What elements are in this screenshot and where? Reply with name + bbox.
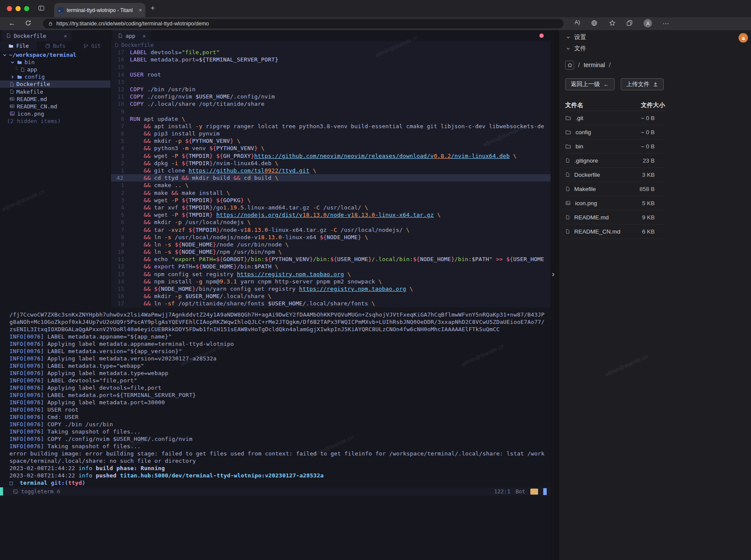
tree-item-label: Makefile	[16, 89, 43, 95]
favorites-star-icon[interactable]	[609, 20, 616, 26]
code-text: && apt install -y ripgrep ranger lolcat …	[130, 123, 551, 130]
file-row-gitignore[interactable]: .gitignore23 B	[565, 154, 665, 168]
tree-item-readme-md[interactable]: README.md	[0, 95, 111, 103]
code-text	[130, 108, 551, 115]
browser-profile-avatar[interactable]	[643, 19, 652, 28]
tree-item-config[interactable]: config	[0, 73, 111, 80]
line-number: 10	[111, 248, 130, 255]
file-name: .git	[576, 115, 583, 121]
section-settings[interactable]: 设置	[559, 32, 751, 43]
file-row-git[interactable]: .git~ 0 B	[565, 111, 665, 125]
tree-item-label: icon.png	[17, 111, 44, 117]
code-text: && cmake .. \	[130, 182, 551, 189]
buffer-tab-close-icon[interactable]: ×	[64, 33, 67, 39]
file-row-dockerfile[interactable]: Dockerfile3 KB	[565, 168, 665, 182]
chevron-down-icon	[566, 46, 570, 51]
sidebar-tabs: FileBufsGit	[0, 41, 111, 51]
terminal-line: INFO[0076] Cmd: USER	[9, 413, 551, 421]
upload-file-button[interactable]: 上传文件	[621, 78, 664, 90]
buffer-tab-dockerfile[interactable]: Dockerfile ×	[2, 30, 71, 41]
new-tab-button[interactable]: +	[151, 4, 155, 12]
file-size: 23 B	[643, 157, 665, 164]
file-name: Dockerfile	[574, 172, 600, 178]
zoom-window-button[interactable]	[24, 6, 29, 11]
breadcrumb-folder[interactable]: terminal	[584, 62, 605, 68]
tree-item-2-hidden-items[interactable]: (2 hidden items)	[0, 117, 111, 125]
code-line: 4 && python3 -m venv ${PYTHON_VENV} \	[111, 145, 551, 152]
folder-icon	[17, 74, 22, 80]
file-size: 6 KB	[642, 228, 665, 235]
terminal-output[interactable]: /fj7CcwoCW7ZXBc3snKxZNYHpbh7uhwOvx2lsi4W…	[0, 308, 551, 560]
file-row-icon-png[interactable]: icon.png5 KB	[565, 196, 665, 210]
line-number: 13	[111, 78, 130, 86]
tree-item-icon-png[interactable]: icon.png	[0, 110, 111, 117]
file-row-bin[interactable]: bin~ 0 B	[565, 139, 665, 154]
file-size: ~ 0 B	[641, 115, 665, 121]
folder-icon	[8, 43, 14, 49]
file-explorer-sidebar: Dockerfile × FileBufsGit ~/workspace/ter…	[0, 30, 111, 308]
sidebar-tab-file[interactable]: File	[0, 41, 37, 51]
file-icon	[114, 43, 119, 47]
read-aloud-icon[interactable]: A)	[575, 19, 580, 25]
code-line: 2 && dpkg -i ${TMPDIR}/nvim-linux64.deb …	[111, 160, 551, 167]
file-icon	[565, 158, 570, 163]
code-text: && echo "export PATH=${GOROOT}/bin:${PYT…	[130, 255, 551, 263]
tree-item-label: README_CN.md	[17, 103, 57, 110]
code-text: && tar xvf ${TMPDIR}/go1.19.5.linux-amd6…	[130, 204, 551, 211]
line-number: 8	[111, 115, 130, 123]
terminal-line: INFO[0076] Applying label metadata.appna…	[9, 340, 551, 348]
go-up-button[interactable]: 返回上一级 ←	[565, 78, 615, 90]
tree-item-app[interactable]: └ app	[0, 66, 111, 73]
close-window-button[interactable]	[7, 6, 12, 11]
home-icon[interactable]	[565, 61, 574, 70]
editor-tab-app[interactable]: app ×	[113, 30, 151, 41]
sidebar-tab-label: Git	[91, 43, 101, 49]
code-line: 1 && git clone https://github.com/tsl092…	[111, 167, 551, 174]
tab-close-icon[interactable]: ×	[139, 7, 142, 13]
terminal-line: INFO[0076] Taking snapshot of files...	[9, 443, 551, 450]
tree-item-dockerfile[interactable]: Dockerfile	[0, 80, 111, 88]
collections-icon[interactable]	[626, 20, 633, 26]
file-table: 文件名 文件大小 .git~ 0 Bconfig~ 0 Bbin~ 0 B.gi…	[565, 100, 665, 239]
user-avatar[interactable]: a	[739, 33, 748, 43]
code-line: 13 && npm config set registry https://re…	[111, 271, 551, 278]
statusline-scroll-block	[543, 488, 547, 495]
browser-menu-icon[interactable]: …	[662, 18, 669, 26]
chevron-down-icon	[3, 53, 7, 57]
section-files[interactable]: 文件	[559, 43, 751, 54]
sidebar-tab-bufs[interactable]: Bufs	[37, 41, 74, 51]
file-icon	[20, 67, 25, 72]
line-number: 12	[111, 86, 130, 93]
editor-tab-close-icon[interactable]: ×	[143, 33, 146, 39]
file-row-makefile[interactable]: Makefile858 B	[565, 182, 665, 196]
file-row-readme-md[interactable]: README.md9 KB	[565, 210, 665, 225]
tree-item-bin[interactable]: bin	[0, 58, 111, 66]
code-text: && ${NODE_HOME}/bin/yarn config set regi…	[130, 285, 551, 292]
tree-item-makefile[interactable]: Makefile	[0, 88, 111, 95]
record-dot-icon[interactable]	[539, 34, 544, 38]
translate-icon[interactable]	[591, 20, 597, 26]
sidebar-tab-git[interactable]: Git	[74, 41, 111, 51]
back-button[interactable]: ←	[9, 19, 15, 27]
statusline: toggleterm 122:1 Bot	[0, 487, 551, 495]
tab-overview-icon[interactable]	[38, 5, 45, 12]
code-line: 5 && mkdir -p ${PYTHON_VENV} \	[111, 137, 551, 145]
terminal-line: INFO[0076] Applying label metadata.versi…	[9, 355, 551, 362]
code-line: 2 && make && make install \	[111, 189, 551, 197]
line-number: 7	[111, 123, 130, 130]
code-text: COPY ./.local/share /opt/titanide/share	[130, 100, 551, 108]
tree-item-readme-cn-md[interactable]: README_CN.md	[0, 103, 111, 110]
tree-item-label: app	[27, 66, 37, 73]
code-area[interactable]: 17LABEL devtools="file,port"16LABEL meta…	[111, 49, 551, 308]
address-bar[interactable]: https://try.titanide.cn/ide/web/coding/t…	[43, 19, 563, 28]
file-row-config[interactable]: config~ 0 B	[565, 125, 665, 139]
tree-item-workspace-terminal[interactable]: ~/workspace/terminal	[0, 51, 111, 58]
browser-tab[interactable]: >_ terminal-ttyd-wlotnipo - Titanl ×	[54, 3, 145, 17]
minimize-window-button[interactable]	[15, 6, 21, 11]
terminal-favicon-icon: >_	[58, 7, 64, 13]
panel-collapse-chevron-icon[interactable]: ›	[552, 269, 554, 279]
refresh-button[interactable]	[25, 20, 31, 26]
file-row-readme-cn-md[interactable]: README_CN.md6 KB	[565, 225, 665, 239]
file-name: README.md	[574, 214, 609, 221]
folder-o-icon	[565, 129, 571, 135]
